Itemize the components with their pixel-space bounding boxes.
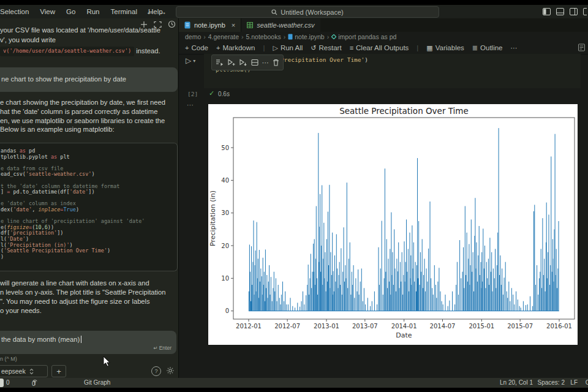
tab-label: seattle-weather.csv [257, 21, 314, 29]
tab-close-icon[interactable]: × [232, 21, 235, 29]
breadcrumb-item-5.notebooks[interactable]: 5.notebooks [246, 33, 281, 40]
tab-seattle-weather-csv[interactable]: seattle-weather.csv [241, 18, 320, 32]
indentation[interactable]: Spaces: 2 [538, 379, 565, 386]
svg-text:2016-01: 2016-01 [546, 323, 572, 330]
nav-back-icon[interactable]: ← [146, 7, 154, 17]
toggle-sidebar-icon[interactable] [543, 8, 551, 15]
toolbar-clear-all-outputs-button[interactable]: ≡Clear All Outputs [350, 44, 409, 51]
chat-input[interactable]: the data by month (mean) ↵ Enter [0, 331, 176, 354]
run-cell-button[interactable]: ▷ ▾ [186, 56, 195, 65]
menu-item-selection[interactable]: Selection [0, 8, 34, 15]
svg-text:2012-01: 2012-01 [236, 323, 262, 330]
chat-text-line: v', you would write [0, 36, 160, 45]
toolbar-more-button[interactable]: ⋯ [511, 44, 518, 52]
svg-text:40: 40 [221, 177, 229, 184]
more-actions-icon[interactable]: ⋯ [262, 59, 269, 67]
customize-layout-icon[interactable] [583, 8, 587, 15]
output-options-icon[interactable]: ⋯ [187, 101, 194, 109]
inline-code-suffix: instead. [134, 47, 160, 55]
svg-text:2013-07: 2013-07 [352, 323, 378, 330]
breadcrumb-item-demo[interactable]: demo [185, 33, 201, 40]
chat-input-text: the data by month (mean) [0, 331, 176, 345]
chat-text-line: Below is an example using matplotlib: [0, 125, 165, 134]
breadcrumb-item-note.ipynb[interactable]: note.ipynb [288, 33, 324, 40]
svg-text:2015-01: 2015-01 [469, 323, 494, 330]
chat-text-line: v('/home/user/data/seattle-weather.csv')… [0, 47, 160, 56]
breadcrumb-item-4.generate[interactable]: 4.generate [208, 33, 239, 40]
eol-sequence[interactable]: LF [570, 379, 578, 386]
enter-hint: ↵ Enter [153, 345, 172, 351]
history-icon[interactable] [168, 20, 176, 28]
model-selector[interactable]: eepseek [0, 365, 48, 377]
nav-forward-icon[interactable]: → [159, 7, 167, 17]
ports-indicator[interactable]: 0 [32, 379, 38, 386]
svg-text:30: 30 [221, 209, 229, 216]
problems-count[interactable]: 0 [6, 379, 10, 386]
git-graph-item[interactable]: Git Graph [84, 379, 110, 386]
help-icon[interactable]: ? [151, 366, 161, 376]
notebook-kernel-icon[interactable] [578, 43, 585, 54]
run-icon: ▷ [186, 56, 191, 65]
execute-below-icon[interactable] [239, 59, 247, 66]
breadcrumb-item-import[interactable]: import pandas as pd [331, 33, 396, 40]
chat-text-line: will generate a line chart with dates on… [0, 279, 166, 288]
chat-text-line: hat the 'date' column is parsed correctl… [0, 107, 165, 116]
cell-toolbar: ⋯ [211, 55, 284, 70]
workspace-title: Untitled (Workspace) [281, 9, 344, 16]
delete-cell-icon[interactable] [273, 59, 279, 66]
success-check-icon: ✓ [209, 89, 214, 97]
chevron-down-icon: ▾ [193, 58, 195, 64]
notebook-file-icon [288, 34, 293, 40]
cursor-position[interactable]: Ln 20, Col 1 [500, 379, 533, 386]
svg-text:2013-01: 2013-01 [314, 323, 339, 330]
breadcrumb-separator: › [284, 33, 286, 40]
toolbar-variables-button[interactable]: ▦Variables [426, 44, 464, 52]
menu-item-run[interactable]: Run [81, 8, 105, 15]
settings-gear-icon[interactable] [166, 366, 175, 377]
chat-text-line: ". You may need to adjust the figure siz… [0, 297, 166, 306]
toolbar-run-all-button[interactable]: ▷Run All [273, 44, 303, 52]
execute-above-icon[interactable] [227, 59, 235, 66]
user-message-1: ne chart to show the precipitation by da… [0, 67, 178, 92]
toggle-secondary-sidebar-icon[interactable] [570, 8, 578, 15]
toolbar-outline-button[interactable]: ≣Outline [472, 44, 503, 52]
tab-note-ipynb[interactable]: note.ipynb × [179, 18, 241, 32]
model-selector-label: eepseek [1, 368, 26, 375]
csv-file-icon [247, 22, 253, 28]
menu-item-go[interactable]: Go [61, 8, 81, 15]
execute-cells-icon[interactable] [216, 59, 224, 66]
menu-item-terminal[interactable]: Terminal [105, 8, 142, 15]
svg-text:Precipitation (in): Precipitation (in) [209, 190, 217, 246]
svg-text:0: 0 [225, 307, 229, 314]
chat-text-line: n levels on y-axis. The plot title is "S… [0, 288, 166, 297]
letterbox-bottom [0, 388, 588, 392]
toolbar-restart-button[interactable]: ↺Restart [311, 44, 341, 52]
chat-text-line: o your needs. [0, 306, 166, 315]
symbol-icon [331, 34, 336, 39]
chat-footer: eepseek + ? [0, 365, 178, 377]
breadcrumb-separator: › [203, 33, 206, 40]
add-model-button[interactable]: + [51, 365, 66, 377]
menu-bar: SelectionViewGoRunTerminalHelp [0, 5, 168, 18]
menu-item-view[interactable]: View [34, 8, 61, 15]
assistant-message-1: your CSV file was located at '/home/user… [0, 26, 160, 56]
toolbar-markdown-button[interactable]: +Markdown [216, 44, 255, 51]
notebook-file-icon [184, 21, 190, 29]
title-bar: SelectionViewGoRunTerminalHelp ← → Untit… [0, 5, 588, 18]
execution-count: [2] [187, 91, 198, 97]
toggle-panel-icon[interactable] [556, 8, 564, 15]
breadcrumb: demo›4.generate›5.notebooks›note.ipynb›i… [185, 32, 396, 42]
chat-code-block: andas as pdtplotlib.pyplot as plt e data… [0, 143, 178, 271]
toolbar-separator: | [417, 44, 418, 51]
plus-icon: + [216, 44, 220, 51]
svg-text:50: 50 [221, 145, 229, 151]
command-center-search[interactable]: Untitled (Workspace) [176, 6, 439, 18]
variables-icon: ▦ [426, 44, 432, 52]
toolbar-code-button[interactable]: +Code [185, 44, 208, 51]
svg-text:Date: Date [396, 331, 412, 339]
more-icon: ⋯ [511, 44, 518, 52]
clear-icon: ≡ [350, 44, 353, 51]
split-cell-icon[interactable] [251, 59, 258, 66]
language-mode[interactable]: C [586, 379, 588, 386]
remote-indicator[interactable] [0, 379, 4, 387]
